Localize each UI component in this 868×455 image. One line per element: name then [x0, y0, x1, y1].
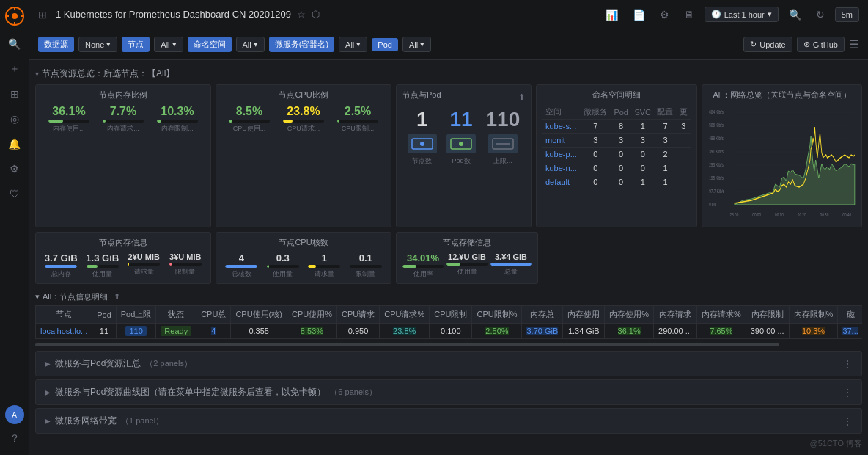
node-col-header: 磁: [838, 306, 862, 324]
app-logo[interactable]: [4, 6, 25, 26]
mem-total-item: 3.7 GiB 总内存: [42, 252, 81, 279]
svg-text:00:10: 00:10: [775, 211, 784, 218]
collapse-menu-icon-2[interactable]: ⋮: [842, 415, 853, 427]
refresh-icon: ↻: [750, 40, 757, 49]
namespace-select[interactable]: All ▾: [236, 37, 265, 52]
share-icon[interactable]: ⬡: [312, 9, 320, 20]
ns-svc: 0: [631, 148, 654, 161]
node-pod-stats: 1 节点数 11 Pod数 110: [402, 108, 525, 166]
pod-label[interactable]: Pod: [372, 38, 398, 51]
sidebar-help-icon[interactable]: ？: [4, 429, 25, 449]
ns-pod: 0: [611, 175, 631, 189]
sidebar-shield-icon[interactable]: 🛡: [4, 183, 25, 204]
svg-text:00:40: 00:40: [842, 211, 851, 218]
cpu-req-bar: [308, 265, 340, 268]
svg-text:195 Kib/s: 195 Kib/s: [709, 175, 724, 181]
github-button[interactable]: ⊛ GitHub: [797, 37, 845, 52]
ns-name: kube-n...: [542, 161, 581, 175]
node-label[interactable]: 节点: [122, 37, 150, 52]
storage-used: 12.¥U GiB: [448, 252, 486, 261]
collapse-menu-icon-0[interactable]: ⋮: [842, 358, 853, 370]
service-select[interactable]: All ▾: [339, 37, 367, 52]
ns-table-row: monit 3 3 3 3: [542, 134, 691, 148]
sidebar-search-icon[interactable]: 🔍: [4, 34, 25, 54]
table-cell: 390.00 ...: [746, 324, 789, 339]
node-select[interactable]: All ▾: [154, 37, 183, 52]
cpu-req-value: 23.8%: [287, 105, 320, 118]
cpu-limit-value: 0.1: [359, 252, 372, 263]
zoom-out-btn[interactable]: 🔍: [784, 6, 806, 23]
update-button[interactable]: ↻ Update: [743, 37, 792, 52]
svg-text:00:30: 00:30: [820, 211, 829, 218]
hamburger-icon[interactable]: ☰: [849, 37, 859, 51]
sidebar-add-icon[interactable]: ＋: [4, 59, 25, 79]
service-label[interactable]: 微服务(容器名): [269, 37, 334, 52]
node-col-header: CPU总: [196, 306, 231, 324]
collapse-section-0[interactable]: ▶ 微服务与Pod资源汇总 （2 panels） ⋮: [35, 351, 862, 376]
table-cell: 0.950: [336, 324, 379, 339]
sidebar-settings-icon[interactable]: ⚙: [4, 159, 25, 179]
datasource-select[interactable]: None ▾: [78, 37, 117, 52]
namespace-label[interactable]: 命名空间: [188, 37, 232, 52]
table-row: localhost.lo...11110Ready40.3558.53%0.95…: [36, 324, 863, 339]
ns-table-row: default 0 0 1 1: [542, 175, 691, 189]
ns-service: 7: [581, 120, 611, 134]
settings-icon-btn[interactable]: ⚙: [655, 6, 674, 23]
ns-service: 0: [581, 161, 611, 175]
doc-icon-btn[interactable]: 📄: [628, 6, 650, 23]
table-cell: Ready: [156, 324, 196, 339]
node-table-scroll[interactable]: 节点PodPod上限状态CPU总CPU使用(核)CPU使用%CPU请求CPU请求…: [35, 305, 862, 339]
grid-icon: ⊞: [38, 9, 47, 21]
svg-text:23:50: 23:50: [730, 211, 739, 218]
collapse-section-2[interactable]: ▶ 微服务网络带宽 （1 panel） ⋮: [35, 408, 862, 434]
node-table-expand-icon: ⬆: [114, 292, 120, 302]
monitor-icon-btn[interactable]: 🖥: [680, 6, 699, 23]
sidebar-alert-icon[interactable]: 🔔: [4, 134, 25, 154]
collapse-section-1[interactable]: ▶ 微服务与Pod资源曲线图（请在菜单中指定微服务后查看，以免卡顿） （6 pa…: [35, 379, 862, 405]
ns-more: [677, 148, 691, 161]
sidebar-dashboard-icon[interactable]: ⊞: [4, 84, 25, 104]
table-cell: 10.3%: [789, 324, 838, 339]
refresh-btn[interactable]: ↻: [812, 6, 829, 23]
cpu-total-item: 4 总核数: [222, 252, 261, 279]
chevron-down-icon: ▾: [254, 40, 258, 49]
collapse-menu-icon-1[interactable]: ⋮: [842, 387, 853, 398]
sidebar-compass-icon[interactable]: ◎: [4, 109, 25, 129]
cpu-limit-label: CPU限制...: [342, 124, 375, 134]
chevron-down-icon: ▾: [172, 40, 177, 49]
time-range-picker[interactable]: 🕐 Last 1 hour ▾: [705, 7, 779, 22]
collapse-arrow-2: ▶: [45, 417, 51, 425]
horizontal-scrollbar[interactable]: [35, 342, 862, 348]
pod-select[interactable]: All ▾: [402, 37, 431, 52]
mem-limit-bar: [157, 120, 198, 123]
star-icon[interactable]: ☆: [297, 9, 306, 20]
datasource-label[interactable]: 数据源: [38, 37, 74, 52]
cpu-total-label: 总核数: [232, 269, 251, 279]
node-pod-panel: 节点与Pod ⬆ 1 节点数 11: [396, 84, 532, 228]
ns-col-config: 配置: [654, 105, 676, 120]
refresh-interval-btn[interactable]: 5m: [835, 7, 859, 22]
chart-icon-btn[interactable]: 📊: [601, 6, 622, 23]
cpu-total-value: 4: [239, 252, 244, 263]
node-col-header: CPU限制: [430, 306, 472, 324]
section1-header[interactable]: ▾ 节点资源总览：所选节点：【All】: [35, 65, 862, 84]
table-cell: 1.34 GiB: [563, 324, 605, 339]
namespace-detail-title: 命名空间明细: [542, 90, 691, 101]
expand-icon[interactable]: ⬆: [518, 92, 525, 102]
node-col-header: 节点: [36, 306, 92, 324]
ns-config: 7: [654, 120, 676, 134]
svg-text:586 Kib/s: 586 Kib/s: [709, 122, 724, 128]
ns-name: monit: [542, 134, 581, 148]
table-cell: 0.355: [231, 324, 287, 339]
mem-used-bar: [87, 265, 119, 268]
node-table-header[interactable]: ▾ All：节点信息明细 ⬆: [35, 288, 862, 305]
table-cell: 23.8%: [380, 324, 430, 339]
user-avatar[interactable]: A: [5, 405, 24, 424]
node-col-header: 内存使用%: [605, 306, 654, 324]
collapse-arrow-1: ▶: [45, 388, 51, 396]
network-chart-title: All：网络总览（关联节点与命名空间）: [708, 90, 856, 101]
cpu-limit-stat: 2.5% CPU限制...: [337, 105, 378, 134]
node-count-item: 1 节点数: [408, 108, 437, 166]
cpu-req-label: 请求量: [315, 269, 334, 279]
mem-used-item: 1.3 GiB 使用量: [84, 252, 122, 279]
